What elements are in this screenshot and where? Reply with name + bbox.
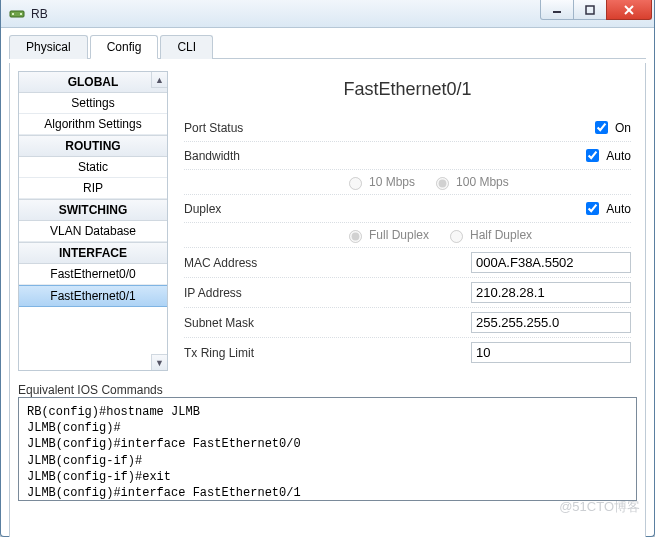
- client-area: Physical Config CLI ▲ GLOBAL Settings Al…: [1, 28, 654, 537]
- tab-cli[interactable]: CLI: [160, 35, 213, 59]
- sidebar-item-rip[interactable]: RIP: [19, 178, 167, 199]
- duplex-auto-checkbox[interactable]: [586, 202, 599, 215]
- tab-physical[interactable]: Physical: [9, 35, 88, 59]
- row-ip: IP Address: [184, 278, 631, 308]
- sidebar-item-vlan-database[interactable]: VLAN Database: [19, 221, 167, 242]
- scroll-up-icon[interactable]: ▲: [151, 72, 167, 88]
- ip-label: IP Address: [184, 286, 344, 300]
- row-duplex: Duplex Auto: [184, 195, 631, 223]
- row-bandwidth-options: 10 Mbps 100 Mbps: [184, 170, 631, 195]
- svg-rect-4: [586, 6, 594, 14]
- main-row: ▲ GLOBAL Settings Algorithm Settings ROU…: [18, 71, 637, 371]
- txring-label: Tx Ring Limit: [184, 346, 344, 360]
- row-txring: Tx Ring Limit: [184, 338, 631, 367]
- sidebar: ▲ GLOBAL Settings Algorithm Settings ROU…: [18, 71, 168, 371]
- window-title: RB: [31, 7, 48, 21]
- svg-rect-2: [20, 13, 22, 15]
- dp-opt-half[interactable]: Half Duplex: [445, 227, 532, 243]
- bandwidth-auto-checkbox[interactable]: [586, 149, 599, 162]
- ios-header: Equivalent IOS Commands: [18, 383, 637, 397]
- row-bandwidth: Bandwidth Auto: [184, 142, 631, 170]
- titlebar: RB: [1, 0, 654, 28]
- bandwidth-auto-label: Auto: [606, 149, 631, 163]
- row-mac: MAC Address: [184, 248, 631, 278]
- sidebar-header-interface: INTERFACE: [19, 242, 167, 264]
- tab-bar: Physical Config CLI: [9, 34, 646, 59]
- txring-field[interactable]: [471, 342, 631, 363]
- port-status-label: Port Status: [184, 121, 344, 135]
- window: RB Physical Config CLI ▲ GLOBAL Settings…: [0, 0, 655, 537]
- bw-opt-10[interactable]: 10 Mbps: [344, 174, 415, 190]
- row-port-status: Port Status On: [184, 114, 631, 142]
- on-label: On: [615, 121, 631, 135]
- sidebar-header-routing: ROUTING: [19, 135, 167, 157]
- bw-opt-100[interactable]: 100 Mbps: [431, 174, 509, 190]
- sidebar-item-fe00[interactable]: FastEthernet0/0: [19, 264, 167, 285]
- row-duplex-options: Full Duplex Half Duplex: [184, 223, 631, 248]
- window-buttons: [541, 0, 652, 20]
- port-status-checkbox[interactable]: [595, 121, 608, 134]
- svg-rect-1: [12, 13, 14, 15]
- content: FastEthernet0/1 Port Status On Bandwidth…: [178, 71, 637, 371]
- bandwidth-label: Bandwidth: [184, 149, 344, 163]
- sidebar-item-static[interactable]: Static: [19, 157, 167, 178]
- ip-field[interactable]: [471, 282, 631, 303]
- sidebar-item-algorithm-settings[interactable]: Algorithm Settings: [19, 114, 167, 135]
- mask-label: Subnet Mask: [184, 316, 344, 330]
- config-panel: ▲ GLOBAL Settings Algorithm Settings ROU…: [9, 63, 646, 537]
- dp-opt-full[interactable]: Full Duplex: [344, 227, 429, 243]
- mac-label: MAC Address: [184, 256, 344, 270]
- sidebar-item-settings[interactable]: Settings: [19, 93, 167, 114]
- row-mask: Subnet Mask: [184, 308, 631, 338]
- ios-output[interactable]: RB(config)#hostname JLMB JLMB(config)# J…: [18, 397, 637, 501]
- sidebar-header-global: GLOBAL: [19, 72, 167, 93]
- interface-title: FastEthernet0/1: [184, 79, 631, 100]
- tab-config[interactable]: Config: [90, 35, 159, 59]
- mask-field[interactable]: [471, 312, 631, 333]
- minimize-button[interactable]: [540, 0, 574, 20]
- maximize-button[interactable]: [573, 0, 607, 20]
- sidebar-item-fe01[interactable]: FastEthernet0/1: [19, 285, 167, 307]
- app-icon: [9, 6, 25, 22]
- close-button[interactable]: [606, 0, 652, 20]
- duplex-label: Duplex: [184, 202, 344, 216]
- mac-field[interactable]: [471, 252, 631, 273]
- duplex-auto-label: Auto: [606, 202, 631, 216]
- sidebar-header-switching: SWITCHING: [19, 199, 167, 221]
- scroll-down-icon[interactable]: ▼: [151, 354, 167, 370]
